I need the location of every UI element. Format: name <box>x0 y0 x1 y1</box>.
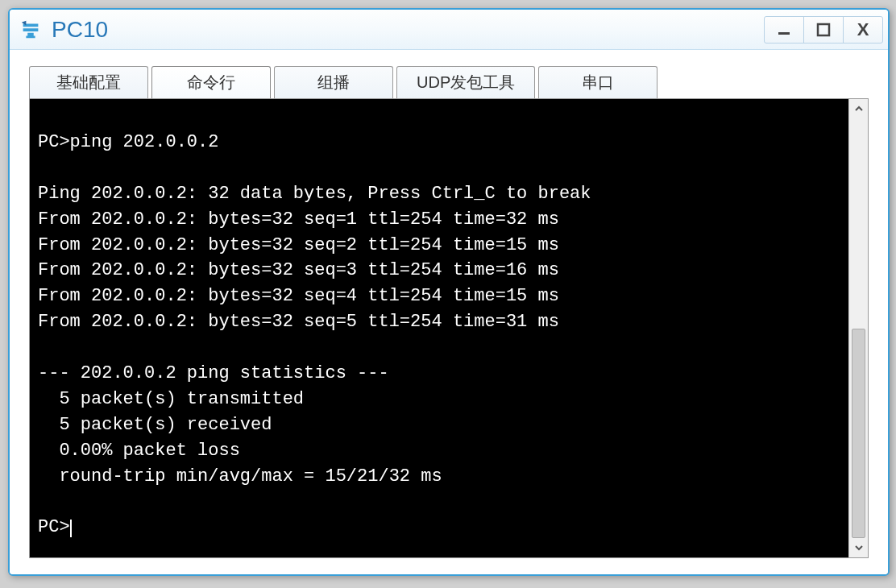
tab-row: 基础配置 命令行 组播 UDP发包工具 串口 <box>15 55 883 98</box>
titlebar: PC10 X <box>10 10 888 50</box>
scroll-down-button[interactable] <box>849 538 869 557</box>
svg-rect-1 <box>818 24 829 35</box>
terminal-output[interactable]: PC>ping 202.0.0.2 Ping 202.0.0.2: 32 dat… <box>30 99 848 557</box>
window-controls: X <box>765 16 883 43</box>
tab-udp-tool[interactable]: UDP发包工具 <box>396 66 535 98</box>
scroll-thumb[interactable] <box>852 329 865 538</box>
scroll-track[interactable] <box>849 118 868 538</box>
tab-multicast[interactable]: 组播 <box>274 66 393 98</box>
maximize-button[interactable] <box>803 16 844 43</box>
minimize-button[interactable] <box>764 16 804 43</box>
scroll-up-button[interactable] <box>849 99 869 118</box>
tab-serial[interactable]: 串口 <box>538 66 657 98</box>
cursor <box>70 520 72 537</box>
content-area: 基础配置 命令行 组播 UDP发包工具 串口 PC>ping 202.0.0.2… <box>10 50 888 574</box>
close-icon: X <box>857 21 869 39</box>
minimize-icon <box>777 23 791 37</box>
app-window: PC10 X 基础配置 命令行 组播 UDP发包工具 串口 PC>ping 20… <box>8 8 890 576</box>
terminal-container: PC>ping 202.0.0.2 Ping 202.0.0.2: 32 dat… <box>29 98 869 558</box>
scrollbar <box>848 99 868 557</box>
window-title: PC10 <box>52 17 765 43</box>
svg-rect-0 <box>778 32 790 35</box>
chevron-up-icon <box>854 104 864 114</box>
chevron-down-icon <box>854 543 864 553</box>
close-button[interactable]: X <box>843 16 883 43</box>
tab-basic-config[interactable]: 基础配置 <box>29 66 148 98</box>
tab-command-line[interactable]: 命令行 <box>151 66 271 98</box>
app-icon <box>18 17 44 43</box>
maximize-icon <box>816 23 831 37</box>
